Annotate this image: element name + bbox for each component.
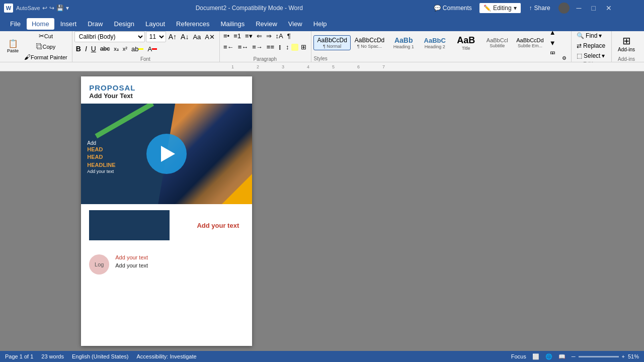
addins-button[interactable]: ⊞ Add-ins <box>614 33 639 54</box>
grow-font-button[interactable]: A↑ <box>167 32 178 42</box>
menu-home[interactable]: Home <box>27 18 54 30</box>
menu-layout[interactable]: Layout <box>140 18 170 30</box>
read-mode-icon[interactable]: 📖 <box>558 353 566 360</box>
language-indicator[interactable]: English (United States) <box>72 353 129 359</box>
play-button[interactable] <box>146 134 187 174</box>
columns-button[interactable]: ⫿ <box>277 42 283 52</box>
zoom-in-button[interactable]: + <box>622 353 625 359</box>
window-controls: ─ □ ✕ <box>558 3 615 14</box>
line-spacing-button[interactable]: ↕ <box>284 42 291 52</box>
menu-file[interactable]: File <box>5 18 26 30</box>
sort-button[interactable]: ↕A <box>274 31 285 41</box>
bullets-button[interactable]: ≡• <box>222 31 231 41</box>
document-area[interactable]: PROPOSAL Add Your Text Add HEAD HEAD <box>8 71 326 351</box>
restore-button[interactable]: □ <box>589 4 599 12</box>
style-subtleemph-preview: AaBbCcDd <box>516 37 543 43</box>
pencil-icon: ✏️ <box>484 5 491 12</box>
share-button[interactable]: ↑ Share <box>524 3 555 14</box>
borders-button[interactable]: ⊞ <box>299 42 308 52</box>
font-group: Calibri (Body) 11 A↑ A↓ Aa A✕ B I U abc … <box>72 31 220 62</box>
italic-button[interactable]: I <box>84 44 89 54</box>
style-nospace[interactable]: AaBbCcDd ¶ No Spac... <box>352 36 387 50</box>
zoom-level: 51% <box>628 353 639 359</box>
top-right-actions: 💬 Comments ✏️ Editing ▾ ↑ Share ─ □ ✕ <box>430 3 640 14</box>
decrease-indent-button[interactable]: ⇐ <box>255 31 264 41</box>
style-normal[interactable]: AaBbCcDd ¶ Normal <box>313 35 350 50</box>
text-highlight-button[interactable]: ab <box>130 44 145 54</box>
strikethrough-button[interactable]: abc <box>99 44 111 53</box>
clear-format-button[interactable]: A✕ <box>203 32 216 42</box>
case-button[interactable]: Aa <box>191 32 202 42</box>
font-size-select[interactable]: 11 <box>146 31 166 42</box>
editing-mode-button[interactable]: ✏️ Editing ▾ <box>479 3 521 14</box>
menu-mailings[interactable]: Mailings <box>216 18 250 30</box>
styles-expand[interactable]: ⊞ <box>548 49 557 55</box>
show-formatting-button[interactable]: ¶ <box>286 31 292 41</box>
comments-button[interactable]: 💬 Comments <box>430 3 476 13</box>
menu-draw[interactable]: Draw <box>83 18 108 30</box>
style-normal-label: ¶ Normal <box>323 44 341 49</box>
shading-button[interactable] <box>291 44 298 51</box>
cut-icon: ✂ <box>39 32 44 40</box>
menu-design[interactable]: Design <box>109 18 139 30</box>
align-right-button[interactable]: ≡→ <box>251 42 264 52</box>
format-painter-button[interactable]: 🖌 Format Painter <box>23 52 69 62</box>
style-title[interactable]: AaB Title <box>451 34 481 52</box>
zoom-control[interactable]: ─ + 51% <box>572 353 639 359</box>
save-button[interactable]: 💾 <box>56 5 64 12</box>
accessibility-info[interactable]: Accessibility: Investigate <box>136 353 196 359</box>
menu-help[interactable]: Help <box>308 18 332 30</box>
menu-review[interactable]: Review <box>251 18 282 30</box>
replace-button[interactable]: ⇄ Replace <box>574 41 608 50</box>
minimize-button[interactable]: ─ <box>574 4 585 12</box>
paragraph-row2: ≡← ≡↔ ≡→ ≡≡ ⫿ ↕ ⊞ <box>222 42 308 52</box>
close-button[interactable]: ✕ <box>603 4 615 12</box>
underline-button[interactable]: U <box>90 44 98 54</box>
find-button[interactable]: 🔍 Find ▾ <box>574 31 605 40</box>
copy-button[interactable]: ⿻ Copy <box>23 42 69 51</box>
shrink-font-button[interactable]: A↓ <box>179 32 190 42</box>
focus-button[interactable]: Focus <box>511 353 526 359</box>
subscript-button[interactable]: x₂ <box>112 45 120 53</box>
numbering-button[interactable]: ≡1 <box>232 31 243 41</box>
user-avatar[interactable] <box>558 3 570 14</box>
menu-insert[interactable]: Insert <box>55 18 82 30</box>
styles-scroll-down[interactable]: ▼ <box>548 38 557 48</box>
clipboard-group: 📋 Paste ✂ Cut ⿻ Copy 🖌 Format Painter Cl… <box>2 31 72 62</box>
styles-scroll: ▲ ▼ ⊞ <box>548 31 557 54</box>
styles-settings[interactable]: ⚙ <box>560 54 568 62</box>
font-face-select[interactable]: Calibri (Body) <box>74 31 145 42</box>
web-layout-icon[interactable]: 🌐 <box>545 353 552 360</box>
menu-references[interactable]: References <box>171 18 214 30</box>
style-title-label: Title <box>462 46 470 51</box>
increase-indent-button[interactable]: ⇒ <box>265 31 273 41</box>
style-h1[interactable]: AaBb Heading 1 <box>388 35 419 50</box>
superscript-button[interactable]: x² <box>121 45 129 53</box>
style-nospace-preview: AaBbCcDd <box>355 37 384 44</box>
style-h2[interactable]: AaBbC Heading 2 <box>420 36 450 50</box>
page-middle: Add your text <box>81 204 252 250</box>
style-subtitle[interactable]: AaBbCcl Subtitle <box>482 36 512 49</box>
cover-text-area: Add HEAD HEAD HEADLINE Add your text <box>87 140 115 174</box>
multilevel-button[interactable]: ≡▾ <box>244 31 254 41</box>
style-subtleemph[interactable]: AaBbCcDd Subtle Em... <box>513 36 546 49</box>
align-left-button[interactable]: ≡← <box>222 42 235 52</box>
cut-button[interactable]: ✂ Cut <box>23 31 69 41</box>
undo-button[interactable]: ↩ <box>42 5 47 12</box>
justify-button[interactable]: ≡≡ <box>265 42 276 52</box>
font-color-button[interactable]: A <box>146 44 158 54</box>
select-button[interactable]: ⬚ Select ▾ <box>574 51 608 60</box>
bold-button[interactable]: B <box>74 44 83 54</box>
share-icon: ↑ <box>529 5 532 12</box>
zoom-slider-track[interactable] <box>579 356 619 357</box>
align-center-button[interactable]: ≡↔ <box>236 42 250 52</box>
print-layout-icon[interactable]: ⬜ <box>532 353 539 360</box>
cover-headline3: HEADLINE <box>87 161 115 169</box>
autosave-toggle[interactable]: AutoSave <box>16 5 40 11</box>
menu-view[interactable]: View <box>283 18 307 30</box>
styles-scroll-up[interactable]: ▲ <box>548 31 557 37</box>
redo-button[interactable]: ↪ <box>49 5 54 12</box>
paste-button[interactable]: 📋 Paste <box>4 38 22 55</box>
paragraph-content: ≡• ≡1 ≡▾ ⇐ ⇒ ↕A ¶ ≡← ≡↔ ≡→ ≡≡ ⫿ ↕ ⊞ <box>222 31 308 55</box>
zoom-out-button[interactable]: ─ <box>572 353 576 359</box>
